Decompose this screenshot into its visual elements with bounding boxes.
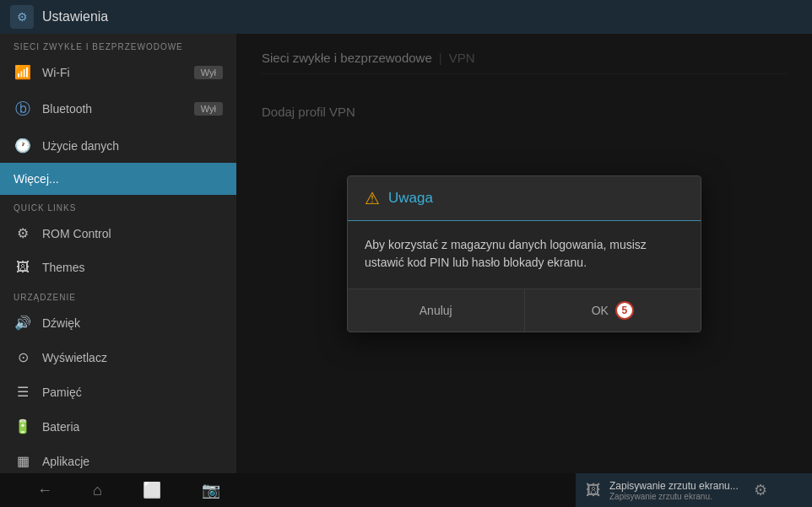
sidebar-item-themes[interactable]: 🖼 Themes <box>0 251 236 284</box>
sidebar-item-storage[interactable]: ☰ Pamięć <box>0 375 236 409</box>
sidebar-section-quicklinks: QUICK LINKS <box>0 195 236 216</box>
notification-settings-icon[interactable]: ⚙ <box>754 481 767 499</box>
app-icon: ⚙ <box>10 5 34 29</box>
wifi-toggle[interactable]: Wył <box>194 66 223 79</box>
sidebar-label-more: Więcej... <box>14 172 223 186</box>
sidebar-section-device: URZĄDZENIE <box>0 284 236 305</box>
screenshot-notification[interactable]: 🖼 Zapisywanie zrzutu ekranu... Zapisywan… <box>576 473 812 507</box>
nav-buttons: ← ⌂ ⬜ 📷 <box>0 473 576 507</box>
nav-back-button[interactable]: ← <box>17 473 73 507</box>
sidebar-item-battery[interactable]: 🔋 Bateria <box>0 409 236 444</box>
usage-icon: 🕐 <box>14 138 32 154</box>
display-icon: ⊙ <box>14 349 32 365</box>
sidebar: SIECI ZWYKŁE I BEZPRZEWODOWE 📶 Wi-Fi Wył… <box>0 34 236 473</box>
dialog-body: Aby korzystać z magazynu danych logowani… <box>348 221 701 289</box>
wifi-icon: 📶 <box>14 64 32 80</box>
sidebar-section-networks: SIECI ZWYKŁE I BEZPRZEWODOWE <box>0 34 236 55</box>
main-layout: SIECI ZWYKŁE I BEZPRZEWODOWE 📶 Wi-Fi Wył… <box>0 34 812 473</box>
dialog-cancel-button[interactable]: Anuluj <box>348 289 524 332</box>
sidebar-label-wifi: Wi-Fi <box>42 66 184 79</box>
themes-icon: 🖼 <box>14 260 32 275</box>
notification-text-block: Zapisywanie zrzutu ekranu... Zapisywanie… <box>609 480 739 501</box>
dialog-ok-button[interactable]: OK 5 <box>524 289 701 332</box>
bottom-bar: ← ⌂ ⬜ 📷 🖼 Zapisywanie zrzutu ekranu... Z… <box>0 473 812 507</box>
dialog-overlay: ⚠ Uwaga Aby korzystać z magazynu danych … <box>236 34 812 473</box>
sidebar-label-battery: Bateria <box>42 420 223 434</box>
warning-icon: ⚠ <box>365 188 380 208</box>
sidebar-item-bluetooth[interactable]: ⓑ Bluetooth Wył <box>0 89 236 128</box>
sidebar-item-usage[interactable]: 🕐 Użycie danych <box>0 128 236 163</box>
sound-icon: 🔊 <box>14 315 32 331</box>
sidebar-item-display[interactable]: ⊙ Wyświetlacz <box>0 340 236 375</box>
storage-icon: ☰ <box>14 384 32 400</box>
alert-dialog: ⚠ Uwaga Aby korzystać z magazynu danych … <box>347 175 701 332</box>
sidebar-label-themes: Themes <box>42 261 223 274</box>
sidebar-label-sound: Dźwięk <box>42 316 223 330</box>
sidebar-item-wifi[interactable]: 📶 Wi-Fi Wył <box>0 55 236 89</box>
sidebar-label-apps: Aplikacje <box>42 455 223 468</box>
bluetooth-toggle[interactable]: Wył <box>194 102 223 116</box>
dialog-actions: Anuluj OK 5 <box>348 289 701 332</box>
dialog-title: Uwaga <box>388 190 433 207</box>
sidebar-label-storage: Pamięć <box>42 386 223 399</box>
notification-subtitle: Zapisywanie zrzutu ekranu. <box>609 492 739 501</box>
sidebar-label-usage: Użycie danych <box>42 139 223 153</box>
sidebar-item-more[interactable]: Więcej... <box>0 163 236 195</box>
sidebar-label-display: Wyświetlacz <box>42 351 223 364</box>
content-area: Sieci zwykłe i bezprzewodowe | VPN Dodaj… <box>236 34 812 473</box>
sidebar-label-bluetooth: Bluetooth <box>42 102 184 116</box>
sidebar-item-sound[interactable]: 🔊 Dźwięk <box>0 305 236 340</box>
nav-home-button[interactable]: ⌂ <box>73 473 122 507</box>
sidebar-item-romcontrol[interactable]: ⚙ ROM Control <box>0 216 236 251</box>
romcontrol-icon: ⚙ <box>14 225 32 241</box>
battery-icon: 🔋 <box>14 418 32 434</box>
bluetooth-icon: ⓑ <box>14 99 32 119</box>
step-badge: 5 <box>615 301 634 320</box>
nav-recent-button[interactable]: ⬜ <box>122 473 181 507</box>
app-title: Ustawienia <box>42 9 108 24</box>
sidebar-label-romcontrol: ROM Control <box>42 227 223 240</box>
notification-title: Zapisywanie zrzutu ekranu... <box>609 480 739 492</box>
top-bar: ⚙ Ustawienia <box>0 0 812 34</box>
apps-icon: ▦ <box>14 453 32 469</box>
dialog-title-bar: ⚠ Uwaga <box>348 176 701 221</box>
nav-screenshot-button[interactable]: 📷 <box>181 473 241 507</box>
sidebar-item-apps[interactable]: ▦ Aplikacje <box>0 444 236 473</box>
ok-label: OK <box>592 304 609 317</box>
notification-icon: 🖼 <box>586 482 601 499</box>
